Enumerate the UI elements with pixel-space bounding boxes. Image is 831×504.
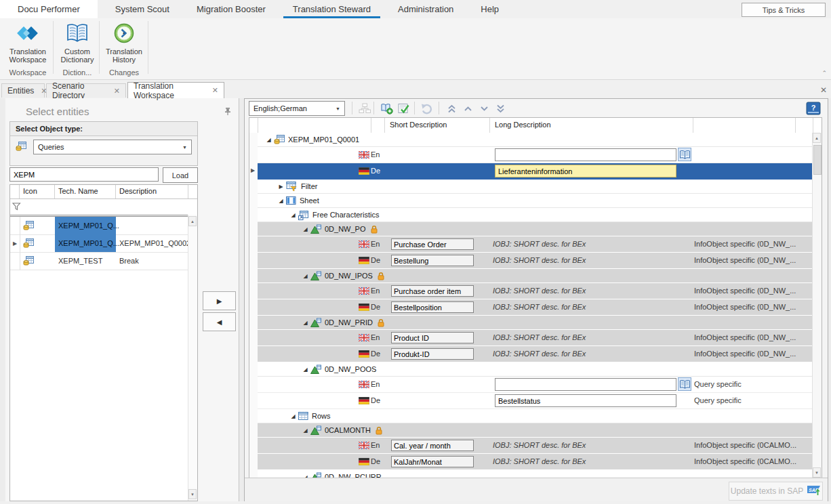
description-cell[interactable] xyxy=(116,217,188,234)
tree-node-0d-nw-po[interactable]: ◢0D_NW_PO xyxy=(258,222,813,236)
long-description-input[interactable] xyxy=(495,378,676,391)
expand-open-icon[interactable]: ◢ xyxy=(289,212,298,218)
short-description-input[interactable] xyxy=(391,348,474,360)
column-short-description[interactable]: Short Description xyxy=(390,121,447,129)
tree-node-rows[interactable]: ◢Rows xyxy=(258,409,813,423)
entity-grid-scrollbar[interactable]: ▲ ▼ xyxy=(188,215,197,501)
dictionary-lookup-button[interactable] xyxy=(678,377,691,391)
update-texts-in-sap-button[interactable]: Update texts in SAP SAP xyxy=(729,482,823,501)
custom-dictionary-button[interactable]: Custom Dictionary xyxy=(56,21,99,66)
entity-row[interactable]: ▶XEPM_MP01_Q...XEPM_MP01_Q0002 xyxy=(10,234,188,253)
translation-row-de[interactable]: DeIOBJ: SHORT desc. for BExInfoObject sp… xyxy=(258,253,813,269)
object-type-dropdown[interactable]: Queries ▼ xyxy=(33,140,192,154)
tips-and-tricks-button[interactable]: Tips & Tricks xyxy=(742,3,826,17)
entity-filter-input[interactable] xyxy=(9,167,159,182)
menu-item-docu-performer[interactable]: Docu Performer xyxy=(0,0,98,18)
tree-node-xepm-mp01-q0001[interactable]: ◢XEPM_MP01_Q0001 xyxy=(258,133,813,147)
move-right-button[interactable]: ▶ xyxy=(203,291,236,310)
translation-history-button[interactable]: Translation History xyxy=(102,21,146,66)
description-cell[interactable]: Break xyxy=(116,252,188,270)
tree-node-0d-nw-pcurr[interactable]: ◢0D_NW_PCURR xyxy=(258,470,813,478)
tree-node-filter[interactable]: ▶Filter xyxy=(258,180,813,194)
menu-item-translation-steward[interactable]: Translation Steward xyxy=(283,0,380,18)
entity-row[interactable]: XEPM_TESTBreak xyxy=(10,252,188,270)
translation-row-de[interactable]: DeIOBJ: SHORT desc. for BExInfoObject sp… xyxy=(258,454,813,470)
ribbon-collapse-icon[interactable]: ⌃ xyxy=(822,70,827,77)
move-left-button[interactable]: ◀ xyxy=(203,312,236,331)
column-description[interactable]: Description xyxy=(116,185,188,198)
tech-name-cell[interactable]: XEPM_MP01_Q... xyxy=(55,217,116,234)
nav-next-button[interactable] xyxy=(477,102,491,115)
expand-open-icon[interactable]: ◢ xyxy=(301,273,310,279)
scroll-up-icon[interactable]: ▲ xyxy=(813,133,821,143)
translation-row-de[interactable]: De xyxy=(258,163,813,180)
translation-row-de[interactable]: DeIOBJ: SHORT desc. for BExInfoObject sp… xyxy=(258,299,813,316)
description-cell[interactable]: XEPM_MP01_Q0002 xyxy=(116,234,188,252)
menu-item-administration[interactable]: Administration xyxy=(388,0,463,18)
menu-item-migration-booster[interactable]: Migration Booster xyxy=(187,0,275,18)
short-description-input[interactable] xyxy=(391,285,474,297)
add-to-dictionary-button[interactable] xyxy=(379,102,394,115)
translation-row-en[interactable]: EnQuery specific xyxy=(258,377,813,393)
expand-open-icon[interactable]: ◢ xyxy=(289,413,298,419)
dictionary-lookup-button[interactable] xyxy=(678,148,691,161)
entity-grid-filter-row[interactable] xyxy=(10,198,197,217)
approve-button[interactable] xyxy=(397,102,411,115)
short-description-input[interactable] xyxy=(391,332,474,343)
scroll-up-icon[interactable]: ▲ xyxy=(188,216,197,226)
pin-icon[interactable] xyxy=(224,107,232,117)
short-description-input[interactable] xyxy=(391,301,474,313)
translation-row-en[interactable]: EnIOBJ: SHORT desc. for BExInfoObject sp… xyxy=(258,330,813,346)
expand-closed-icon[interactable]: ▶ xyxy=(277,184,285,190)
load-button[interactable]: Load xyxy=(163,167,198,183)
translation-workspace-button[interactable]: Translation Workspace xyxy=(3,21,53,66)
expand-open-icon[interactable]: ◢ xyxy=(301,320,310,326)
tabstrip-close-icon[interactable]: ✕ xyxy=(820,85,827,95)
translation-row-de[interactable]: DeQuery specific xyxy=(258,393,813,409)
long-description-input[interactable] xyxy=(495,394,676,407)
tab-entities[interactable]: Entities✕ xyxy=(1,83,45,98)
tree-node-0d-nw-prid[interactable]: ◢0D_NW_PRID xyxy=(258,316,813,330)
short-description-input[interactable] xyxy=(391,255,474,266)
column-long-description[interactable]: Long Description xyxy=(495,121,551,129)
menu-item-system-scout[interactable]: System Scout xyxy=(106,0,179,18)
expand-open-icon[interactable]: ◢ xyxy=(264,137,273,143)
tree-node-sheet[interactable]: ◢Sheet xyxy=(258,194,813,208)
translation-row-en[interactable]: EnIOBJ: SHORT desc. for BExInfoObject sp… xyxy=(258,236,813,253)
translation-row-en[interactable]: EnIOBJ: SHORT desc. for BExInfoObject sp… xyxy=(258,283,813,299)
translation-row-en[interactable]: En xyxy=(258,147,813,163)
translation-row-de[interactable]: DeIOBJ: SHORT desc. for BExInfoObject sp… xyxy=(258,346,813,362)
scrollbar-thumb[interactable] xyxy=(813,145,822,175)
tech-name-cell[interactable]: XEPM_TEST xyxy=(55,252,116,270)
expand-open-icon[interactable]: ◢ xyxy=(301,366,310,373)
short-description-input[interactable] xyxy=(391,456,474,467)
long-description-input[interactable] xyxy=(495,165,676,177)
close-icon[interactable]: ✕ xyxy=(212,87,218,94)
scroll-down-icon[interactable]: ▼ xyxy=(188,489,197,499)
tree-node-0d-nw-ipos[interactable]: ◢0D_NW_IPOS xyxy=(258,269,813,283)
tree-node-free-characteristics[interactable]: ◢Free Characteristics xyxy=(258,208,813,222)
column-icon[interactable]: Icon xyxy=(20,185,55,198)
tab-scenario-directory[interactable]: Scenario Directory✕ xyxy=(46,83,126,98)
hierarchy-button[interactable] xyxy=(357,102,372,115)
expand-open-icon[interactable]: ◢ xyxy=(301,427,310,434)
menu-item-help[interactable]: Help xyxy=(471,0,508,18)
short-description-input[interactable] xyxy=(391,238,474,250)
tab-translation-workspace[interactable]: Translation Workspace✕ xyxy=(127,82,224,98)
tree-node-0calmonth[interactable]: ◢0CALMONTH xyxy=(258,423,813,438)
expand-open-icon[interactable]: ◢ xyxy=(277,198,285,204)
nav-last-button[interactable] xyxy=(493,102,508,115)
scroll-down-icon[interactable]: ▼ xyxy=(813,467,821,478)
long-description-input[interactable] xyxy=(495,148,676,161)
short-description-input[interactable] xyxy=(391,440,474,451)
tech-name-cell[interactable]: XEPM_MP01_Q... xyxy=(55,234,116,252)
translation-grid-scrollbar[interactable]: ▲ ▼ xyxy=(812,133,822,478)
expand-open-icon[interactable]: ◢ xyxy=(301,226,310,232)
help-button[interactable]: ? xyxy=(805,101,821,115)
translation-row-en[interactable]: EnIOBJ: SHORT desc. for BExInfoObject sp… xyxy=(258,438,813,454)
nav-prev-button[interactable] xyxy=(460,102,475,115)
language-dropdown[interactable]: English;German ▼ xyxy=(249,101,345,116)
undo-button[interactable] xyxy=(420,102,434,115)
close-icon[interactable]: ✕ xyxy=(114,87,120,95)
nav-first-button[interactable] xyxy=(444,102,459,115)
